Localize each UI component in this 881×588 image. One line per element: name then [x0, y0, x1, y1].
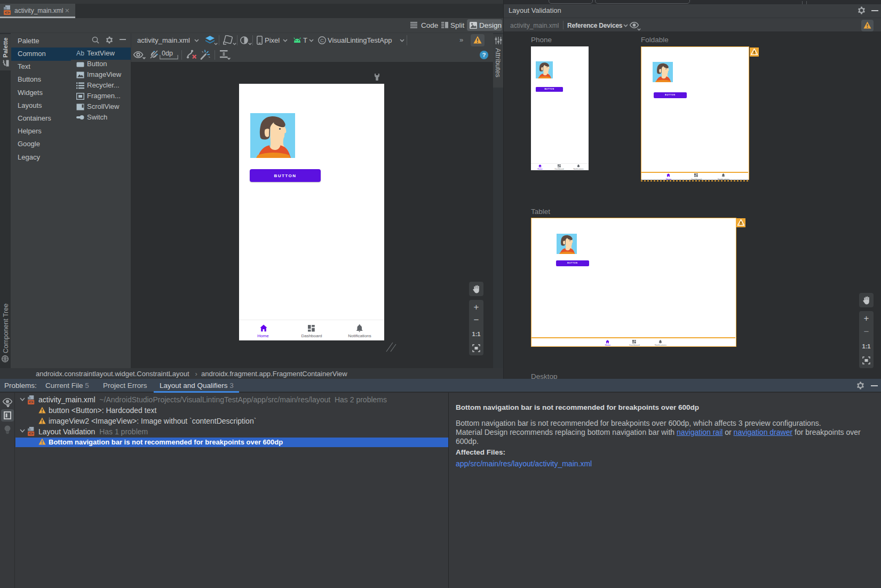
svg-text:<>: <> [29, 400, 34, 404]
svg-text:<>: <> [5, 10, 10, 15]
svg-text:C: C [320, 37, 324, 43]
svg-text:<>: <> [29, 432, 34, 436]
